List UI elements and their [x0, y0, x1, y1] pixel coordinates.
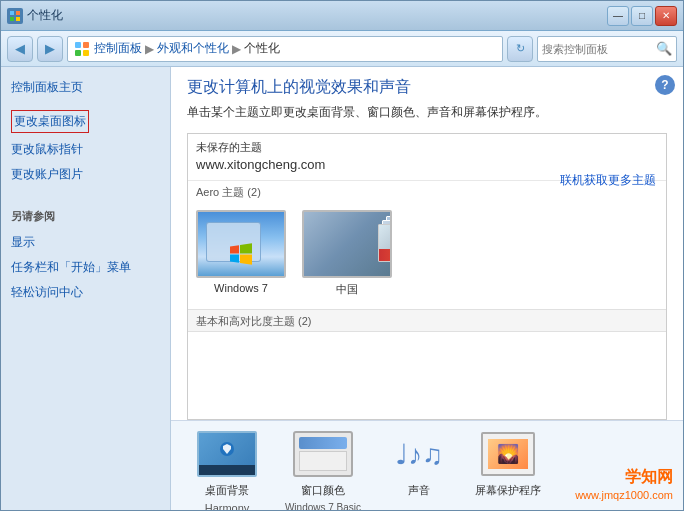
sound-icon: ♩♪♫: [387, 429, 451, 479]
title-bar: 个性化 — □ ✕: [1, 1, 683, 31]
breadcrumb[interactable]: 控制面板 ▶ 外观和个性化 ▶ 个性化: [67, 36, 503, 62]
svg-rect-6: [75, 50, 81, 56]
get-more-themes-link[interactable]: 联机获取更多主题: [560, 172, 656, 189]
desktop-background-item[interactable]: 桌面背景 Harmony: [187, 429, 267, 510]
sidebar-accessibility-link[interactable]: 轻松访问中心: [11, 282, 160, 303]
breadcrumb-part2[interactable]: 外观和个性化: [157, 40, 229, 57]
window-color-sublabel: Windows 7 Basic: [285, 502, 361, 510]
desktop-background-label: 桌面背景: [205, 483, 249, 498]
watermark-text: www.xitongcheng.com: [196, 157, 658, 172]
window-color-item[interactable]: 窗口颜色 Windows 7 Basic: [283, 429, 363, 510]
sound-label: 声音: [408, 483, 430, 498]
breadcrumb-part1[interactable]: 控制面板: [94, 40, 142, 57]
sound-item[interactable]: ♩♪♫ 声音: [379, 429, 459, 498]
unsaved-label: 未保存的主题: [196, 140, 658, 155]
jmqz-watermark: 学知网 www.jmqz1000.com: [575, 467, 673, 502]
sidebar: 控制面板主页 更改桌面图标 更改鼠标指针 更改账户图片 另请参阅 显示 任务栏和…: [1, 67, 171, 510]
china-thumb-bg: [304, 212, 390, 276]
windows7-theme-label: Windows 7: [214, 282, 268, 294]
refresh-button[interactable]: ↻: [507, 36, 533, 62]
content-description: 单击某个主题立即更改桌面背景、窗口颜色、声音和屏幕保护程序。: [187, 104, 667, 121]
svg-rect-7: [83, 50, 89, 56]
maximize-button[interactable]: □: [631, 6, 653, 26]
search-input[interactable]: [542, 43, 656, 55]
content-panel: ? 更改计算机上的视觉效果和声音 单击某个主题立即更改桌面背景、窗口颜色、声音和…: [171, 67, 683, 510]
svg-rect-2: [10, 17, 14, 21]
sidebar-also-title: 另请参阅: [11, 209, 160, 224]
desktop-background-icon: [195, 429, 259, 479]
title-bar-controls: — □ ✕: [607, 6, 677, 26]
window-color-icon: [291, 429, 355, 479]
theme-scroll-area[interactable]: 未保存的主题 www.xitongcheng.com 联机获取更多主题 Aero…: [187, 133, 667, 420]
svg-rect-3: [16, 17, 20, 21]
sidebar-account-link[interactable]: 更改账户图片: [11, 164, 160, 185]
win7-thumb-bg: [198, 212, 284, 276]
minimize-button[interactable]: —: [607, 6, 629, 26]
windows-logo-icon: [230, 243, 252, 265]
search-icon[interactable]: 🔍: [656, 41, 672, 56]
window-title: 个性化: [27, 7, 63, 24]
windows-start-icon: [219, 441, 235, 457]
content-header: 更改计算机上的视觉效果和声音 单击某个主题立即更改桌面背景、窗口颜色、声音和屏幕…: [171, 67, 683, 133]
close-button[interactable]: ✕: [655, 6, 677, 26]
main-window: 个性化 — □ ✕ ◀ ▶ 控制面板 ▶ 外观和个性化 ▶ 个性化 ↻ �: [0, 0, 684, 511]
search-area: 🔍: [537, 36, 677, 62]
window-icon: [7, 8, 23, 24]
desktop-background-sublabel: Harmony: [205, 502, 250, 510]
forward-button[interactable]: ▶: [37, 36, 63, 62]
screensaver-item[interactable]: 🌄 屏幕保护程序: [475, 429, 541, 498]
content-title: 更改计算机上的视觉效果和声音: [187, 77, 667, 98]
title-bar-left: 个性化: [7, 7, 63, 24]
svg-rect-0: [10, 11, 14, 15]
sidebar-home-link[interactable]: 控制面板主页: [11, 77, 160, 98]
site-url: www.jmqz1000.com: [575, 489, 673, 501]
windows7-thumbnail: [196, 210, 286, 278]
sidebar-display-link[interactable]: 显示: [11, 232, 160, 253]
window-color-label: 窗口颜色: [301, 483, 345, 498]
help-icon[interactable]: ?: [655, 75, 675, 95]
svg-rect-4: [75, 42, 81, 48]
sidebar-taskbar-link[interactable]: 任务栏和「开始」菜单: [11, 257, 160, 278]
screensaver-icon: 🌄: [476, 429, 540, 479]
bottom-icons-bar: 桌面背景 Harmony 窗口颜色 Windows 7 Basic: [171, 420, 683, 510]
back-button[interactable]: ◀: [7, 36, 33, 62]
china-thumbnail: [302, 210, 392, 278]
site-name: 学知网: [575, 467, 673, 488]
aero-section: Aero 主题 (2): [188, 181, 666, 309]
svg-rect-1: [16, 11, 20, 15]
theme-item-china[interactable]: 中国: [302, 210, 392, 297]
breadcrumb-part3: 个性化: [244, 40, 280, 57]
address-bar: ◀ ▶ 控制面板 ▶ 外观和个性化 ▶ 个性化 ↻ 🔍: [1, 31, 683, 67]
sidebar-mouse-link[interactable]: 更改鼠标指针: [11, 139, 160, 160]
svg-rect-5: [83, 42, 89, 48]
screensaver-label: 屏幕保护程序: [475, 483, 541, 498]
music-note-icon: ♩♪♫: [395, 438, 443, 471]
theme-item-windows7[interactable]: Windows 7: [196, 210, 286, 297]
basic-section-label: 基本和高对比度主题 (2): [188, 309, 666, 332]
sidebar-desktop-icon-link[interactable]: 更改桌面图标: [11, 110, 89, 133]
theme-items-row: Windows 7: [196, 206, 658, 305]
china-theme-label: 中国: [336, 282, 358, 297]
main-area: 控制面板主页 更改桌面图标 更改鼠标指针 更改账户图片 另请参阅 显示 任务栏和…: [1, 67, 683, 510]
